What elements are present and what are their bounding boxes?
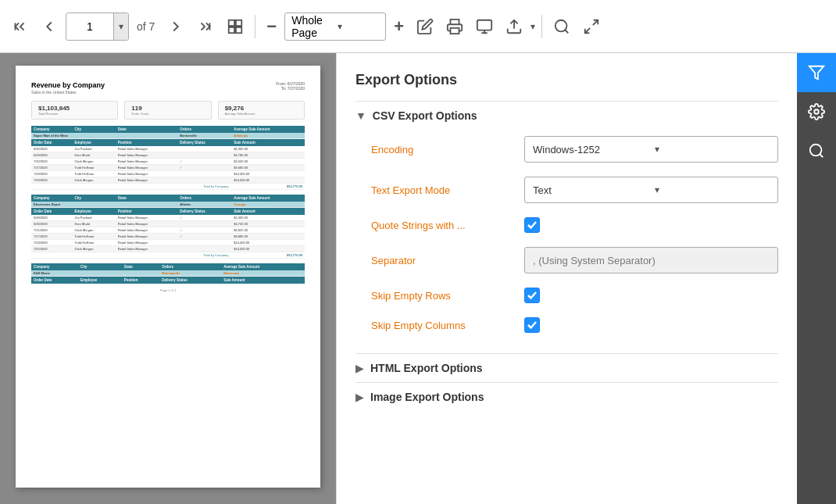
toolbar-separator-1 — [255, 15, 255, 38]
svg-point-14 — [814, 109, 819, 114]
quote-strings-checkbox[interactable] — [524, 217, 540, 233]
last-page-button[interactable] — [192, 13, 219, 40]
separator-label: Separator — [371, 255, 512, 266]
svg-point-15 — [810, 145, 822, 156]
page-nav-box: ▾ — [66, 13, 129, 41]
layout-button[interactable] — [222, 13, 248, 40]
skip-empty-columns-checkbox[interactable] — [524, 317, 540, 333]
page-total: of 7 — [132, 20, 159, 33]
print2-button[interactable] — [471, 13, 498, 40]
stat-average: $9,276 Average Sale Amount — [218, 101, 305, 120]
svg-line-10 — [565, 30, 568, 33]
main-content: From: 6/27/2020 To: 7/27/2020 Revenue by… — [0, 53, 836, 504]
html-section-label: HTML Export Options — [370, 362, 483, 374]
encoding-value: Windows-1252 — [533, 144, 648, 155]
preview-page: From: 6/27/2020 To: 7/27/2020 Revenue by… — [16, 66, 320, 488]
stat-revenue: $1,103,845 Total Revenue — [31, 101, 118, 120]
fullscreen-button[interactable] — [578, 13, 605, 40]
image-section-label: Image Export Options — [370, 391, 484, 403]
svg-rect-5 — [236, 27, 241, 32]
quote-strings-label: Quote Strings with ... — [371, 220, 512, 231]
image-section-header[interactable]: ▶ Image Export Options — [355, 382, 778, 411]
export-dropdown-arrow[interactable]: ▾ — [531, 21, 535, 32]
skip-empty-rows-label: Skip Empty Rows — [371, 290, 512, 302]
preview-table-3: CompanyCityStateOrdersAverage Sale Amoun… — [31, 263, 305, 284]
search-toolbar-button[interactable] — [548, 13, 575, 40]
next-page-button[interactable] — [163, 13, 189, 40]
export-button[interactable] — [501, 13, 527, 40]
stat-orders: 119 Order Count — [124, 101, 211, 120]
preview-table-2: CompanyCityStateOrdersAverage Sale Amoun… — [31, 195, 305, 259]
encoding-dropdown[interactable]: Windows-1252 ▾ — [524, 136, 778, 163]
zoom-in-button[interactable]: + — [389, 12, 409, 41]
encoding-control: Windows-1252 ▾ — [524, 136, 778, 163]
csv-section-header[interactable]: ▼ CSV Export Options — [355, 101, 778, 130]
svg-rect-3 — [236, 20, 241, 25]
text-export-mode-row: Text Export Mode Text ▾ — [371, 177, 778, 203]
csv-section-content: Encoding Windows-1252 ▾ Text Export Mode… — [355, 130, 778, 353]
page-number-input[interactable] — [66, 20, 113, 33]
encoding-label: Encoding — [371, 144, 512, 155]
text-export-mode-arrow: ▾ — [655, 184, 770, 195]
csv-chevron-icon: ▼ — [355, 109, 366, 122]
skip-empty-columns-label: Skip Empty Columns — [371, 320, 512, 331]
first-page-button[interactable] — [6, 13, 33, 40]
html-section-header[interactable]: ▶ HTML Export Options — [355, 353, 778, 382]
svg-line-12 — [585, 27, 590, 32]
prev-page-button[interactable] — [36, 13, 63, 40]
preview-subtitle: Sales in the United States — [31, 90, 305, 95]
edit-button[interactable] — [412, 13, 438, 40]
gear-sidebar-button[interactable] — [797, 92, 836, 131]
text-export-mode-label: Text Export Mode — [371, 184, 512, 196]
svg-line-11 — [593, 20, 598, 24]
options-title: Export Options — [355, 72, 778, 88]
search-sidebar-button[interactable] — [797, 131, 836, 170]
separator-control — [524, 247, 778, 273]
preview-dates: From: 6/27/2020 To: 7/27/2020 — [276, 81, 305, 91]
toolbar-separator-2 — [541, 15, 542, 38]
encoding-dropdown-arrow: ▾ — [655, 144, 770, 155]
svg-rect-7 — [477, 20, 491, 30]
csv-section-label: CSV Export Options — [373, 109, 477, 122]
zoom-out-button[interactable]: − — [262, 12, 281, 41]
page-dropdown-button[interactable]: ▾ — [113, 13, 128, 40]
filter-sidebar-button[interactable] — [797, 53, 836, 92]
text-export-mode-value: Text — [533, 184, 648, 196]
preview-pane: From: 6/27/2020 To: 7/27/2020 Revenue by… — [0, 53, 336, 504]
quote-strings-control — [524, 217, 778, 233]
preview-page-number: Page 1 of 1 — [31, 288, 305, 292]
zoom-dropdown[interactable]: Whole Page ▾ — [284, 13, 386, 41]
skip-empty-rows-checkbox[interactable] — [524, 288, 540, 303]
svg-rect-4 — [229, 27, 234, 32]
preview-table-1: CompanyCityStateOrdersAverage Sale Amoun… — [31, 126, 305, 190]
separator-row: Separator — [371, 247, 778, 273]
html-chevron-icon: ▶ — [355, 362, 364, 374]
zoom-dropdown-arrow: ▾ — [338, 21, 379, 32]
right-sidebar — [797, 53, 836, 504]
encoding-row: Encoding Windows-1252 ▾ — [371, 136, 778, 163]
separator-input[interactable] — [524, 247, 778, 273]
zoom-label: Whole Page — [291, 14, 333, 39]
svg-rect-6 — [451, 27, 459, 33]
print-button[interactable] — [441, 13, 468, 40]
svg-line-16 — [820, 154, 823, 157]
svg-marker-13 — [809, 66, 823, 80]
text-export-mode-control: Text ▾ — [524, 177, 778, 203]
svg-point-9 — [556, 20, 567, 31]
skip-empty-columns-control — [524, 317, 778, 333]
text-export-mode-dropdown[interactable]: Text ▾ — [524, 177, 778, 203]
image-chevron-icon: ▶ — [355, 391, 364, 403]
skip-empty-rows-control — [524, 288, 778, 303]
preview-stats: $1,103,845 Total Revenue 119 Order Count… — [31, 101, 305, 120]
quote-strings-row: Quote Strings with ... — [371, 217, 778, 233]
toolbar: ▾ of 7 − Whole Page ▾ + — [0, 0, 836, 53]
svg-rect-2 — [229, 20, 234, 25]
skip-empty-columns-row: Skip Empty Columns — [371, 317, 778, 333]
skip-empty-rows-row: Skip Empty Rows — [371, 288, 778, 303]
preview-title: Revenue by Company — [31, 81, 305, 89]
options-pane: Export Options ▼ CSV Export Options Enco… — [336, 53, 797, 504]
